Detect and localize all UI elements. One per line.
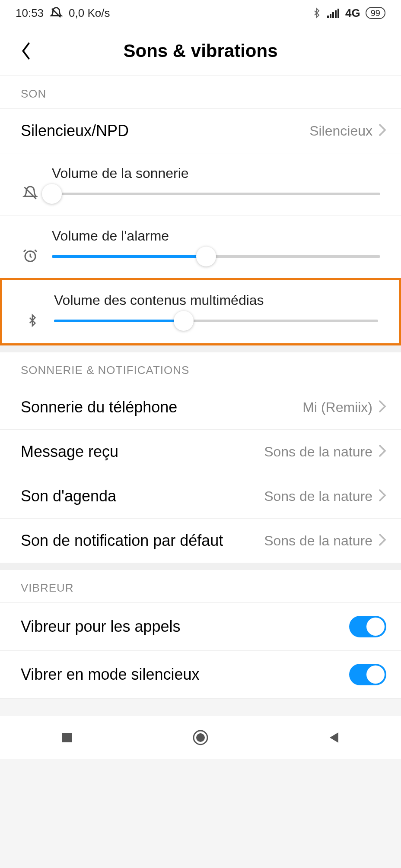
slider-row-media: Volume des contenus multimédias — [2, 280, 399, 343]
section-header-notif: SONNERIE & NOTIFICATIONS — [0, 352, 401, 385]
chevron-right-icon — [379, 444, 386, 459]
row-phone-ringtone[interactable]: Sonnerie du téléphone Mi (Remiix) — [0, 385, 401, 430]
bluetooth-icon — [312, 7, 322, 19]
alarm-slider[interactable] — [52, 255, 380, 258]
phone-ringtone-label: Sonnerie du téléphone — [21, 398, 302, 416]
nav-home-button[interactable] — [192, 729, 209, 746]
vibrate-calls-label: Vibreur pour les appels — [21, 618, 349, 636]
bluetooth-audio-icon — [23, 312, 42, 329]
svg-point-8 — [196, 733, 205, 742]
chevron-right-icon — [379, 489, 386, 504]
silent-icon — [50, 6, 63, 19]
vibrate-calls-toggle[interactable] — [349, 616, 386, 637]
row-default-notif[interactable]: Son de notification par défaut Sons de l… — [0, 519, 401, 563]
status-bar: 10:53 0,0 Ko/s 4G 99 — [0, 0, 401, 26]
row-vibrate-silent[interactable]: Vibrer en mode silencieux — [0, 651, 401, 699]
page-header: Sons & vibrations — [0, 26, 401, 76]
slider-row-alarm: Volume de l'alarme — [0, 216, 401, 279]
chevron-right-icon — [379, 400, 386, 415]
bell-off-icon — [21, 185, 40, 201]
message-value: Sons de la nature — [264, 444, 372, 460]
vibrate-silent-toggle[interactable] — [349, 664, 386, 685]
default-notif-label: Son de notification par défaut — [21, 532, 264, 550]
nav-recents-button[interactable] — [58, 729, 76, 746]
status-time: 10:53 — [16, 6, 44, 20]
message-label: Message reçu — [21, 443, 264, 461]
media-slider[interactable] — [54, 320, 378, 322]
svg-rect-0 — [327, 16, 329, 18]
system-nav-bar — [0, 716, 401, 759]
slider-row-ring: Volume de la sonnerie — [0, 153, 401, 216]
agenda-label: Son d'agenda — [21, 487, 264, 505]
row-message[interactable]: Message reçu Sons de la nature — [0, 430, 401, 474]
row-agenda[interactable]: Son d'agenda Sons de la nature — [0, 474, 401, 519]
signal-icon — [327, 8, 340, 18]
section-header-son: SON — [0, 76, 401, 109]
clock-icon — [21, 248, 40, 263]
section-header-vibreur: VIBREUR — [0, 570, 401, 603]
chevron-right-icon — [379, 533, 386, 548]
agenda-value: Sons de la nature — [264, 488, 372, 504]
vibrate-silent-label: Vibrer en mode silencieux — [21, 665, 349, 684]
chevron-right-icon — [379, 124, 386, 138]
svg-rect-1 — [330, 14, 331, 18]
nav-back-button[interactable] — [325, 729, 343, 746]
row-silent-mode[interactable]: Silencieux/NPD Silencieux — [0, 109, 401, 153]
row-vibrate-calls[interactable]: Vibreur pour les appels — [0, 603, 401, 651]
silent-label: Silencieux/NPD — [21, 122, 309, 140]
network-label: 4G — [345, 6, 360, 20]
section-gap — [0, 563, 401, 570]
silent-value: Silencieux — [309, 123, 372, 139]
ring-slider-label: Volume de la sonnerie — [52, 165, 380, 181]
phone-ringtone-value: Mi (Remiix) — [302, 399, 372, 415]
ring-slider[interactable] — [52, 193, 380, 195]
svg-rect-4 — [337, 9, 339, 18]
media-slider-label: Volume des contenus multimédias — [54, 292, 378, 308]
media-highlight: Volume des contenus multimédias — [0, 278, 401, 345]
svg-rect-2 — [332, 12, 334, 18]
svg-rect-6 — [62, 733, 72, 742]
status-speed: 0,0 Ko/s — [69, 6, 110, 20]
back-button[interactable] — [17, 42, 35, 60]
section-gap — [0, 345, 401, 352]
battery-indicator: 99 — [366, 7, 385, 19]
page-title: Sons & vibrations — [0, 41, 401, 61]
default-notif-value: Sons de la nature — [264, 533, 372, 549]
svg-rect-3 — [335, 10, 337, 18]
alarm-slider-label: Volume de l'alarme — [52, 228, 380, 244]
